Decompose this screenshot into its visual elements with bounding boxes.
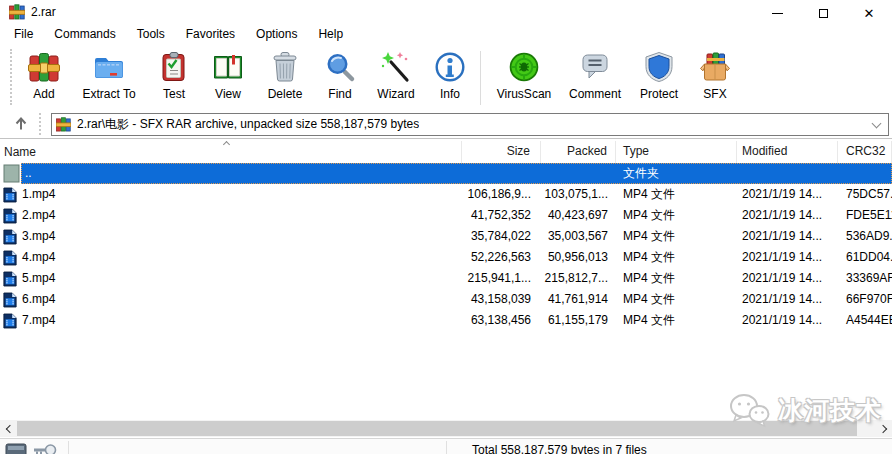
sfx-label: SFX bbox=[703, 87, 726, 101]
scroll-left-icon bbox=[5, 424, 13, 432]
scrollbar-thumb[interactable] bbox=[17, 421, 857, 436]
file-packed: 50,956,013 bbox=[541, 247, 616, 268]
protect-shield-icon bbox=[643, 51, 675, 83]
view-button[interactable]: View bbox=[200, 49, 256, 107]
table-row-2mp4[interactable]: 2.mp4 41,752,352 40,423,697 MP4 文件 2021/… bbox=[0, 205, 892, 226]
title-bar: 2.rar ✕ bbox=[0, 0, 892, 24]
sfx-box-icon bbox=[699, 51, 731, 83]
table-row-6mp4[interactable]: 6.mp4 43,158,039 41,761,914 MP4 文件 2021/… bbox=[0, 289, 892, 310]
toolbar: Add Extract To bbox=[0, 45, 892, 110]
archive-path-text: 2.rar\电影 - SFX RAR archive, unpacked siz… bbox=[77, 116, 419, 133]
statusbar-separator bbox=[68, 441, 69, 454]
extract-folder-icon bbox=[93, 51, 125, 83]
comment-bubble-icon bbox=[579, 51, 611, 83]
table-row-parent-dir[interactable]: .. 文件夹 bbox=[0, 163, 892, 184]
window-title: 2.rar bbox=[31, 5, 56, 19]
winrar-window: 2.rar ✕ File Commands Tools Favorites Op… bbox=[0, 0, 892, 454]
toolbar-gripper[interactable] bbox=[10, 49, 13, 105]
up-directory-button[interactable] bbox=[4, 113, 38, 136]
menu-favorites[interactable]: Favorites bbox=[178, 24, 243, 45]
file-name: .. bbox=[25, 163, 32, 184]
menu-file[interactable]: File bbox=[6, 24, 41, 45]
info-button[interactable]: Info bbox=[426, 49, 474, 107]
rar-books-icon bbox=[28, 51, 60, 83]
find-button[interactable]: Find bbox=[314, 49, 366, 107]
file-modified: 2021/1/19 14... bbox=[737, 226, 838, 247]
horizontal-scrollbar[interactable] bbox=[0, 420, 892, 437]
column-header-name[interactable]: Name bbox=[0, 141, 462, 163]
list-header: Name Size Packed Type Modified CRC32 bbox=[0, 141, 892, 163]
file-size: 63,138,456 bbox=[462, 310, 541, 331]
protect-button[interactable]: Protect bbox=[629, 49, 689, 107]
file-modified: 2021/1/19 14... bbox=[737, 289, 838, 310]
maximize-button[interactable] bbox=[800, 0, 846, 26]
file-type: 文件夹 bbox=[616, 163, 737, 184]
view-book-icon bbox=[212, 51, 244, 83]
key-icon[interactable] bbox=[33, 443, 57, 454]
mp4-file-icon bbox=[3, 229, 17, 245]
file-type: MP4 文件 bbox=[616, 226, 737, 247]
sfx-button[interactable]: SFX bbox=[689, 49, 741, 107]
file-size: 106,186,9... bbox=[462, 184, 541, 205]
wizard-label: Wizard bbox=[377, 87, 414, 101]
delete-button[interactable]: Delete bbox=[256, 49, 314, 107]
file-modified: 2021/1/19 14... bbox=[737, 247, 838, 268]
file-type: MP4 文件 bbox=[616, 247, 737, 268]
file-packed: 61,155,179 bbox=[541, 310, 616, 331]
file-packed: 35,003,567 bbox=[541, 226, 616, 247]
virusscan-button[interactable]: VirusScan bbox=[487, 49, 561, 107]
drive-icon[interactable] bbox=[5, 443, 27, 454]
table-row-1mp4[interactable]: 1.mp4 106,186,9... 103,075,1... MP4 文件 2… bbox=[0, 184, 892, 205]
table-row-7mp4[interactable]: 7.mp4 63,138,456 61,155,179 MP4 文件 2021/… bbox=[0, 310, 892, 331]
toolbar-separator bbox=[480, 51, 481, 105]
menu-help[interactable]: Help bbox=[310, 24, 351, 45]
maximize-icon bbox=[819, 9, 828, 18]
table-row-3mp4[interactable]: 3.mp4 35,784,022 35,003,567 MP4 文件 2021/… bbox=[0, 226, 892, 247]
file-type: MP4 文件 bbox=[616, 184, 737, 205]
column-header-size[interactable]: Size bbox=[462, 141, 541, 163]
wizard-button[interactable]: Wizard bbox=[366, 49, 426, 107]
comment-button[interactable]: Comment bbox=[561, 49, 629, 107]
menu-options[interactable]: Options bbox=[248, 24, 305, 45]
close-icon: ✕ bbox=[864, 7, 875, 20]
file-size: 43,158,039 bbox=[462, 289, 541, 310]
view-label: View bbox=[215, 87, 241, 101]
column-header-packed[interactable]: Packed bbox=[541, 141, 616, 163]
column-header-modified[interactable]: Modified bbox=[737, 141, 838, 163]
file-type: MP4 文件 bbox=[616, 289, 737, 310]
test-button[interactable]: Test bbox=[148, 49, 200, 107]
find-magnifier-icon bbox=[324, 51, 356, 83]
status-bar: Total 558,187,579 bytes in 7 files bbox=[0, 438, 892, 454]
file-size: 215,941,1... bbox=[462, 268, 541, 289]
scroll-right-icon bbox=[878, 424, 886, 432]
scroll-right-button[interactable] bbox=[875, 420, 892, 437]
file-name: 2.mp4 bbox=[22, 205, 55, 226]
menu-tools[interactable]: Tools bbox=[129, 24, 173, 45]
file-type: MP4 文件 bbox=[616, 205, 737, 226]
column-header-type[interactable]: Type bbox=[616, 141, 737, 163]
table-row-5mp4[interactable]: 5.mp4 215,941,1... 215,812,7... MP4 文件 2… bbox=[0, 268, 892, 289]
mp4-file-icon bbox=[3, 271, 17, 287]
table-row-4mp4[interactable]: 4.mp4 52,226,563 50,956,013 MP4 文件 2021/… bbox=[0, 247, 892, 268]
menu-commands[interactable]: Commands bbox=[46, 24, 123, 45]
address-bar: 2.rar\电影 - SFX RAR archive, unpacked siz… bbox=[0, 110, 892, 139]
file-crc32: A4544EE bbox=[838, 310, 892, 331]
status-total-text: Total 558,187,579 bytes in 7 files bbox=[472, 443, 647, 454]
extract-to-button[interactable]: Extract To bbox=[70, 49, 148, 107]
column-header-crc32[interactable]: CRC32 bbox=[838, 141, 892, 163]
test-clipboard-icon bbox=[158, 51, 190, 83]
mp4-file-icon bbox=[3, 313, 17, 329]
winrar-file-icon bbox=[56, 117, 71, 132]
file-type: MP4 文件 bbox=[616, 268, 737, 289]
add-button[interactable]: Add bbox=[18, 49, 70, 107]
combo-chevron-down-icon[interactable] bbox=[872, 118, 882, 128]
minimize-button[interactable] bbox=[754, 0, 800, 26]
file-name: 5.mp4 bbox=[22, 268, 55, 289]
info-circle-icon bbox=[434, 51, 466, 83]
archive-path-combobox[interactable]: 2.rar\电影 - SFX RAR archive, unpacked siz… bbox=[51, 113, 889, 136]
file-size: 41,752,352 bbox=[462, 205, 541, 226]
add-label: Add bbox=[33, 87, 54, 101]
close-button[interactable]: ✕ bbox=[846, 0, 892, 26]
scroll-left-button[interactable] bbox=[0, 420, 17, 437]
addressbar-gripper[interactable] bbox=[39, 113, 42, 135]
